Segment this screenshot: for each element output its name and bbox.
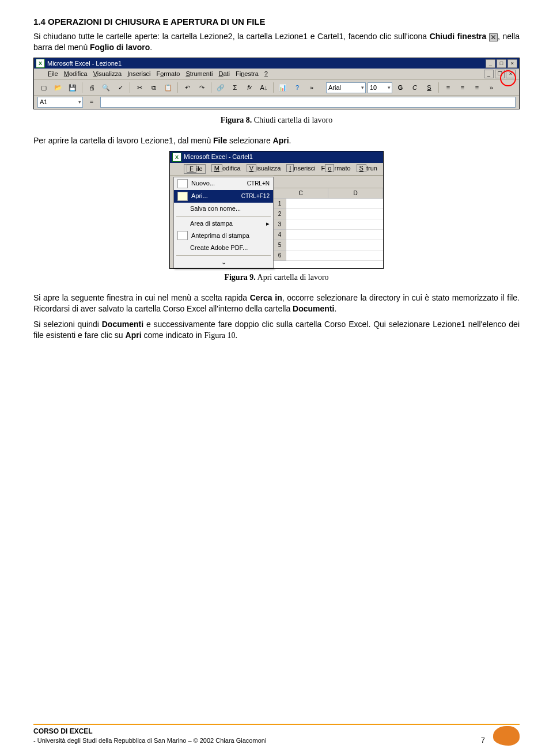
p2-e: . — [289, 136, 291, 145]
figure-8-caption: Figura 8. Chiudi cartella di lavoro — [33, 115, 520, 126]
row-header[interactable]: 1 — [274, 199, 286, 209]
paragraph-2: Per aprire la cartella di lavoro Lezione… — [33, 135, 520, 146]
more-icon[interactable]: » — [305, 82, 318, 93]
fx-icon[interactable]: fx — [243, 82, 256, 93]
menu-item-apri[interactable]: Apri... CTRL+F12 — [174, 190, 273, 203]
menu-item-anteprima[interactable]: Anteprima di stampa — [174, 229, 273, 242]
more-format-icon[interactable]: » — [485, 82, 498, 93]
new-doc-icon — [177, 179, 188, 188]
new-icon[interactable]: ▢ — [37, 82, 50, 93]
undo-icon[interactable]: ↶ — [181, 82, 194, 93]
menu-file[interactable]: FFileile — [48, 70, 58, 78]
chart-icon[interactable]: 📊 — [276, 82, 289, 93]
print-preview-icon — [177, 231, 188, 240]
menu-formato[interactable]: Formato — [156, 70, 180, 78]
p2-a: Per aprire la cartella di lavoro Lezione… — [33, 136, 213, 145]
menu-item-create-pdf[interactable]: Create Adobe PDF... — [174, 242, 273, 254]
file-menu-dropdown: Nuovo... CTRL+N Apri... CTRL+F12 Salva c… — [173, 177, 274, 268]
menu-item-salva-con-nome[interactable]: Salva con nome... — [174, 203, 273, 215]
formula-input[interactable] — [100, 97, 516, 108]
row-header[interactable]: 5 — [274, 240, 286, 250]
font-name-combo[interactable]: Arial — [326, 82, 366, 93]
excel-title: Microsoft Excel - Lezione1 — [47, 59, 122, 68]
section-title: 1.4 OPERAZIONI DI CHIUSURA E APERTURA DI… — [33, 16, 520, 28]
page-footer: CORSO DI EXCEL - Università degli Studi … — [33, 724, 520, 746]
mdi-restore-button[interactable]: ❐ — [495, 70, 505, 78]
formula-bar: A1 = — [34, 96, 519, 109]
menu-inserisci[interactable]: Inserisci — [286, 164, 315, 174]
autosum-icon[interactable]: Σ — [229, 82, 241, 93]
menu-strumenti[interactable]: Strumenti — [185, 70, 213, 78]
mi-label: Anteprima di stampa — [191, 231, 249, 240]
figure-9-caption: Figura 9. Apri cartella di lavoro — [33, 272, 520, 283]
row-header[interactable]: 2 — [274, 209, 286, 219]
fig9-title-text: Microsoft Excel - Cartel1 — [184, 153, 253, 161]
excel-app-icon: X — [36, 59, 45, 68]
col-header-d[interactable]: D — [328, 188, 383, 199]
open-icon[interactable]: 📂 — [52, 82, 65, 93]
menu-visualizza[interactable]: Visualizza — [93, 70, 122, 78]
align-left-icon[interactable]: ≡ — [442, 82, 454, 93]
spell-icon[interactable]: ✓ — [114, 82, 127, 93]
row-header[interactable]: 3 — [274, 219, 286, 230]
figure-8: X Microsoft Excel - Lezione1 _ □ × FFile… — [33, 58, 520, 109]
paste-icon[interactable]: 📋 — [162, 82, 175, 93]
mi-label: Area di stampa — [190, 219, 233, 228]
p1-bold-1: Chiudi finestra — [430, 32, 487, 41]
submenu-arrow-icon: ▸ — [266, 219, 270, 228]
print-icon[interactable]: 🖨 — [85, 82, 98, 93]
align-right-icon[interactable]: ≡ — [471, 82, 483, 93]
cut-icon[interactable]: ✂ — [133, 82, 146, 93]
menu-inserisci[interactable]: Inserisci — [127, 70, 150, 78]
font-size-combo[interactable]: 10 — [368, 82, 392, 93]
align-center-icon[interactable]: ≡ — [456, 82, 469, 93]
close-button[interactable]: × — [507, 59, 517, 68]
menu-file-open[interactable]: File — [184, 164, 206, 174]
mdi-minimize-button[interactable]: _ — [484, 70, 494, 78]
mi-label: Salva con nome... — [190, 204, 241, 213]
help-icon[interactable]: ? — [291, 82, 304, 93]
bold-button[interactable]: G — [394, 82, 407, 93]
maximize-button[interactable]: □ — [497, 59, 506, 68]
p1-text-e: . — [150, 43, 152, 52]
standard-toolbar: ▢ 📂 💾 🖨 🔍 ✓ ✂ ⧉ 📋 ↶ ↷ 🔗 Σ fx A↓ — [34, 80, 519, 96]
paragraph-3: Si apre la seguente finestra in cui nel … — [33, 292, 520, 314]
col-header-c[interactable]: C — [274, 188, 328, 199]
menu-dati[interactable]: Dati — [218, 70, 230, 78]
menu-formato[interactable]: Formato — [321, 164, 351, 174]
close-window-icon — [489, 33, 498, 41]
excel-titlebar: X Microsoft Excel - Lezione1 _ □ × — [34, 58, 519, 69]
p2-b1: File — [213, 136, 227, 145]
redo-icon[interactable]: ↷ — [195, 82, 208, 93]
menu-modifica[interactable]: Modifica — [211, 164, 241, 174]
menu-modifica[interactable]: Modifica — [64, 70, 88, 78]
underline-button[interactable]: S — [423, 82, 435, 93]
page-number: 7 — [481, 735, 485, 746]
excel-app-icon: X — [172, 153, 181, 162]
name-box[interactable]: A1 — [37, 97, 83, 108]
row-header[interactable]: 4 — [274, 230, 286, 240]
menu-help[interactable]: ? — [264, 70, 268, 78]
preview-icon[interactable]: 🔍 — [100, 82, 112, 93]
menu-expand-chevron[interactable]: ⌄ — [174, 257, 273, 268]
menu-strumenti-trunc[interactable]: Strun — [357, 164, 377, 174]
menu-item-nuovo[interactable]: Nuovo... CTRL+N — [174, 177, 273, 190]
minimize-button[interactable]: _ — [486, 59, 495, 68]
sort-asc-icon[interactable]: A↓ — [257, 82, 270, 93]
copy-icon[interactable]: ⧉ — [147, 82, 160, 93]
link-icon[interactable]: 🔗 — [214, 82, 227, 93]
mi-shortcut: CTRL+N — [247, 180, 270, 188]
italic-button[interactable]: C — [408, 82, 421, 93]
menu-finestra[interactable]: Finestra — [236, 70, 259, 78]
mdi-close-button[interactable]: × — [506, 70, 516, 78]
worksheet-preview: C D 1 2 3 4 5 6 — [274, 176, 383, 268]
menu-item-area-stampa[interactable]: Area di stampa ▸ — [174, 218, 273, 230]
save-icon[interactable]: 💾 — [66, 82, 79, 93]
mi-shortcut: CTRL+F12 — [241, 192, 270, 200]
p2-b2: Apri — [273, 136, 289, 145]
p1-bold-2: Foglio di lavoro — [90, 43, 150, 52]
menu-visualizza[interactable]: Visualizza — [247, 164, 281, 174]
row-header[interactable]: 6 — [274, 250, 286, 261]
menu-separator — [176, 255, 271, 256]
fig9-menubar: File Modifica Visualizza Inserisci Forma… — [170, 163, 383, 176]
